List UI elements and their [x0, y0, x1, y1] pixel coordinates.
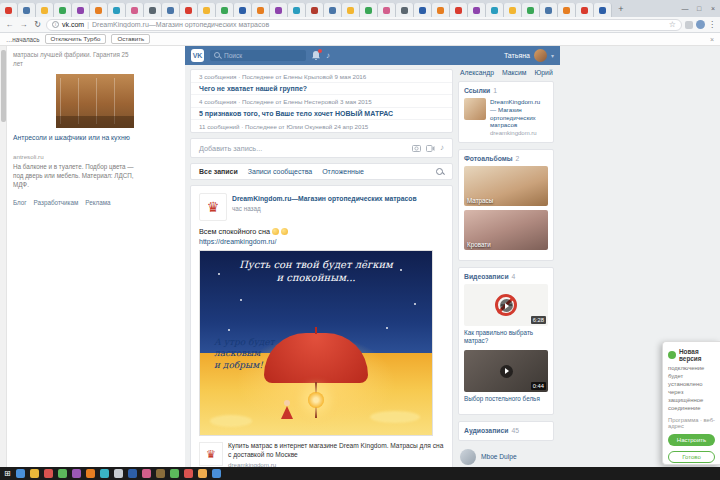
- browser-tab[interactable]: [270, 3, 288, 17]
- close-icon[interactable]: ×: [706, 5, 720, 12]
- infobar-close-icon[interactable]: ×: [710, 36, 714, 43]
- browser-tab[interactable]: [540, 3, 558, 17]
- video-icon[interactable]: [426, 145, 435, 152]
- browser-tab[interactable]: [360, 3, 378, 17]
- album-thumbnail-beds[interactable]: Кровати: [464, 210, 548, 250]
- taskbar-app-icon[interactable]: [114, 469, 123, 478]
- browser-tab[interactable]: [36, 3, 54, 17]
- kitchen-cabinet-image[interactable]: [56, 74, 134, 128]
- audio-attach-icon[interactable]: ♪: [440, 144, 444, 152]
- site-info-icon[interactable]: i: [52, 21, 59, 28]
- videos-header[interactable]: Видеозаписи4: [464, 273, 548, 280]
- browser-tab[interactable]: [342, 3, 360, 17]
- tab-all-posts[interactable]: Все записи: [199, 168, 238, 175]
- contact-name[interactable]: Mboe Dulpe: [481, 453, 517, 460]
- notifications-bell-icon[interactable]: [312, 51, 320, 60]
- minimize-icon[interactable]: —: [678, 5, 692, 12]
- browser-tab[interactable]: [324, 3, 342, 17]
- tab-community-posts[interactable]: Записи сообщества: [248, 168, 312, 175]
- left-scrollbar-thumb[interactable]: [1, 50, 6, 122]
- browser-tab[interactable]: [108, 3, 126, 17]
- video-thumbnail[interactable]: 6:28: [464, 284, 548, 326]
- taskbar-app-icon[interactable]: [198, 469, 207, 478]
- photo-icon[interactable]: [412, 144, 421, 152]
- compose-box[interactable]: Добавить запись... ♪: [190, 138, 453, 158]
- post-image[interactable]: Пусть сон твой будет лёгким и спокойным.…: [199, 250, 433, 436]
- back-icon[interactable]: ←: [4, 20, 15, 29]
- browser-tab[interactable]: [378, 3, 396, 17]
- disable-turbo-button[interactable]: Отключить Турбо: [45, 34, 107, 44]
- taskbar-app-icon[interactable]: [86, 469, 95, 478]
- taskbar-app-icon[interactable]: [184, 469, 193, 478]
- vk-search[interactable]: [210, 50, 306, 61]
- sidebar-top-link[interactable]: Юрий: [534, 69, 552, 76]
- post-link[interactable]: https://dreamkingdom.ru/: [199, 238, 444, 245]
- browser-tab[interactable]: [72, 3, 90, 17]
- browser-tab[interactable]: [18, 3, 36, 17]
- browser-tab[interactable]: [396, 3, 414, 17]
- footer-link[interactable]: Блог: [13, 199, 27, 206]
- browser-tab[interactable]: [522, 3, 540, 17]
- taskbar-app-icon[interactable]: [100, 469, 109, 478]
- forward-icon[interactable]: →: [18, 20, 29, 29]
- keep-turbo-button[interactable]: Оставить: [111, 34, 150, 44]
- taskbar-app-icon[interactable]: [156, 469, 165, 478]
- reload-icon[interactable]: ↻: [32, 20, 43, 29]
- link-item-title[interactable]: DreamKingdom.ru — Магазин ортопедических…: [490, 98, 548, 129]
- browser-tab[interactable]: [468, 3, 486, 17]
- browser-tab[interactable]: [504, 3, 522, 17]
- sidebar-top-link[interactable]: Александр: [460, 69, 494, 76]
- browser-tab[interactable]: [162, 3, 180, 17]
- link-item[interactable]: DreamKingdom.ru — Магазин ортопедических…: [464, 98, 548, 136]
- popup-primary-button[interactable]: Настроить: [668, 434, 715, 446]
- video-title[interactable]: Как правильно выбрать матрас?: [464, 329, 548, 345]
- browser-tab[interactable]: [234, 3, 252, 17]
- taskbar-app-icon[interactable]: [212, 469, 221, 478]
- album-thumbnail-mattresses[interactable]: Матрасы: [464, 166, 548, 206]
- post-author-name[interactable]: DreamKingdom.ru—Магазин ортопедических м…: [232, 195, 417, 203]
- browser-profile-avatar[interactable]: [696, 20, 705, 29]
- audios-header[interactable]: Аудиозаписи45: [464, 427, 548, 434]
- browser-tab[interactable]: [126, 3, 144, 17]
- taskbar-app-icon[interactable]: [44, 469, 53, 478]
- browser-tab[interactable]: [0, 3, 18, 17]
- video-title[interactable]: Выбор постельного белья: [464, 395, 548, 403]
- video-thumbnail[interactable]: 0:44: [464, 350, 548, 392]
- tab-postponed[interactable]: Отложенные: [322, 168, 364, 175]
- browser-tab[interactable]: [558, 3, 576, 17]
- browser-tab[interactable]: [414, 3, 432, 17]
- link-attachment[interactable]: ♛ Купить матрас в интернет магазине Drea…: [199, 442, 444, 467]
- post-timestamp[interactable]: час назад: [232, 205, 417, 212]
- taskbar-app-icon[interactable]: [142, 469, 151, 478]
- bookmark-star-icon[interactable]: ☆: [669, 20, 676, 29]
- taskbar-app-icon[interactable]: [30, 469, 39, 478]
- wall-search-icon[interactable]: [436, 168, 444, 176]
- taskbar-app-icon[interactable]: [58, 469, 67, 478]
- user-menu[interactable]: Татьяна ▾: [504, 49, 554, 62]
- start-button[interactable]: ⊞: [4, 467, 11, 480]
- taskbar-app-icon[interactable]: [72, 469, 81, 478]
- attachment-title[interactable]: Купить матрас в интернет магазине Dream …: [228, 442, 444, 459]
- music-icon[interactable]: ♪: [326, 51, 330, 60]
- browser-tab[interactable]: [90, 3, 108, 17]
- browser-tab[interactable]: [180, 3, 198, 17]
- contact-item[interactable]: Mboe Dulpe: [458, 447, 554, 467]
- links-header[interactable]: Ссылки1: [464, 87, 548, 94]
- albums-header[interactable]: Фотоальбомы2: [464, 155, 548, 162]
- taskbar-app-icon[interactable]: [128, 469, 137, 478]
- browser-tab[interactable]: [486, 3, 504, 17]
- popup-secondary-button[interactable]: Готово: [668, 451, 715, 463]
- maximize-icon[interactable]: □: [692, 5, 706, 12]
- browser-tab[interactable]: [144, 3, 162, 17]
- extension-icon[interactable]: [685, 21, 693, 29]
- browser-menu-icon[interactable]: ⋮: [708, 20, 716, 29]
- search-input[interactable]: [224, 52, 302, 59]
- left-scrollbar[interactable]: [0, 46, 7, 467]
- browser-tab[interactable]: [432, 3, 450, 17]
- discussion-title[interactable]: Чего не хватает нашей группе?: [191, 83, 452, 95]
- taskbar-app-icon[interactable]: [16, 469, 25, 478]
- post-author-avatar[interactable]: ♛: [199, 193, 227, 221]
- taskbar-app-icon[interactable]: [170, 469, 179, 478]
- browser-tab[interactable]: [198, 3, 216, 17]
- browser-tab[interactable]: [288, 3, 306, 17]
